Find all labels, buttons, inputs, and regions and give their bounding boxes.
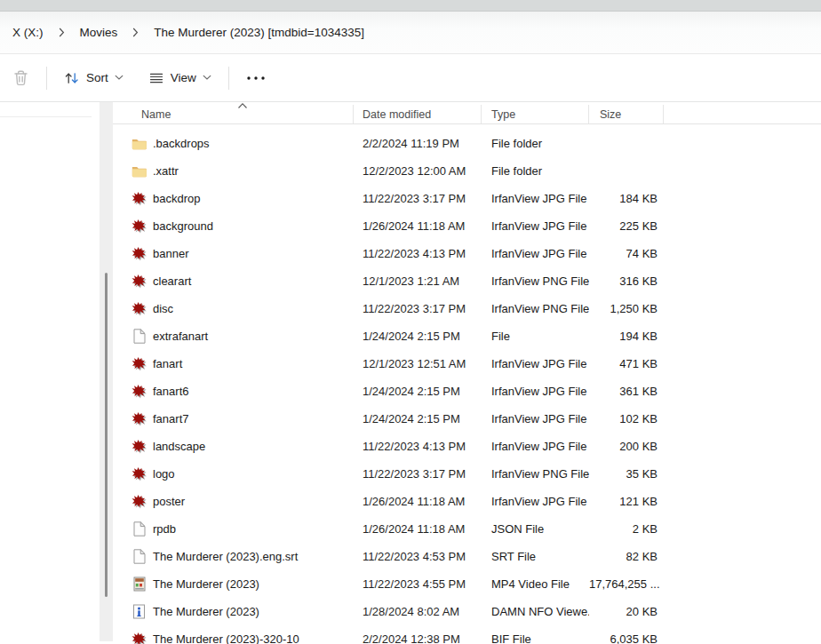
file-date-modified: 11/22/2023 4:53 PM (354, 550, 482, 563)
explorer-main: Name Date modified Type Size (0, 102, 821, 641)
file-type: MP4 Video File (482, 577, 589, 591)
irfanview-image-icon (132, 219, 147, 234)
column-header-name[interactable]: Name (113, 105, 354, 123)
sort-ascending-caret-icon (237, 102, 248, 109)
generic-file-icon (132, 329, 147, 344)
column-header-type[interactable]: Type (482, 105, 589, 123)
file-name-cell: clearart (113, 274, 354, 289)
file-row[interactable]: rpdb 1/26/2024 11:18 AM JSON File 2 KB (113, 515, 821, 543)
file-type: IrfanView PNG File (482, 302, 589, 315)
file-name-cell: landscape (113, 439, 354, 454)
see-more-button[interactable] (237, 68, 275, 88)
file-name-cell: fanart7 (113, 411, 354, 426)
trash-icon (12, 69, 29, 86)
breadcrumb-current-folder[interactable]: The Murderer (2023) [tmdbid=1034335] (154, 26, 364, 39)
file-type: IrfanView PNG File (482, 467, 589, 481)
file-name: The Murderer (2023) (153, 605, 259, 618)
nav-scrollbar-track[interactable] (100, 102, 113, 641)
file-name-cell: fanart (113, 356, 354, 371)
file-date-modified: 11/22/2023 3:17 PM (354, 302, 482, 315)
file-date-modified: 1/24/2024 2:15 PM (354, 385, 482, 398)
file-row[interactable]: disc 11/22/2023 3:17 PM IrfanView PNG Fi… (113, 295, 821, 322)
file-type: IrfanView JPG File (482, 385, 589, 398)
file-size: 74 KB (589, 247, 664, 260)
file-row[interactable]: logo 11/22/2023 3:17 PM IrfanView PNG Fi… (113, 460, 821, 488)
file-row[interactable]: fanart7 1/24/2024 2:15 PM IrfanView JPG … (113, 405, 821, 433)
file-size: 471 KB (589, 357, 664, 370)
chevron-right-icon[interactable] (59, 28, 65, 37)
file-size: 316 KB (589, 274, 664, 288)
file-date-modified: 12/2/2023 12:00 AM (354, 164, 482, 178)
delete-button[interactable] (4, 62, 38, 93)
file-name-cell: .backdrops (113, 136, 354, 151)
file-size: 35 KB (589, 467, 664, 481)
video-file-icon (132, 576, 147, 592)
file-date-modified: 11/22/2023 4:55 PM (354, 577, 482, 591)
file-type: File (482, 330, 589, 343)
file-row[interactable]: extrafanart 1/24/2024 2:15 PM File 194 K… (113, 322, 821, 350)
file-type: JSON File (482, 522, 589, 536)
file-name-cell: rpdb (113, 521, 354, 537)
file-name-cell: disc (113, 301, 354, 316)
file-type: IrfanView JPG File (482, 247, 589, 260)
breadcrumb-movies[interactable]: Movies (80, 26, 118, 39)
file-row[interactable]: landscape 11/22/2023 4:13 PM IrfanView J… (113, 433, 821, 460)
file-size: 20 KB (589, 605, 664, 618)
file-name-cell: fanart6 (113, 384, 354, 399)
breadcrumb-drive[interactable]: X (X:) (12, 26, 44, 39)
file-name-cell: The Murderer (2023) (113, 576, 354, 592)
file-row[interactable]: fanart6 1/24/2024 2:15 PM IrfanView JPG … (113, 378, 821, 405)
file-date-modified: 11/22/2023 4:13 PM (354, 440, 482, 453)
chevron-down-icon (115, 75, 124, 81)
file-size: 121 KB (589, 495, 664, 508)
file-row[interactable]: The Murderer (2023) 1/28/2024 8:02 AM DA… (113, 598, 821, 625)
file-row[interactable]: The Murderer (2023) 11/22/2023 4:55 PM M… (113, 570, 821, 598)
sort-button-label: Sort (86, 71, 108, 84)
file-name: fanart6 (153, 385, 188, 398)
file-name: landscape (153, 440, 205, 453)
file-date-modified: 2/2/2024 11:19 PM (354, 137, 482, 150)
irfanview-image-icon (132, 301, 147, 316)
file-name: .backdrops (153, 137, 210, 150)
file-row[interactable]: clearart 12/1/2023 1:21 AM IrfanView PNG… (113, 267, 821, 295)
file-row[interactable]: The Murderer (2023).eng.srt 11/22/2023 4… (113, 543, 821, 570)
view-button[interactable]: View (139, 64, 220, 92)
column-header-date-modified[interactable]: Date modified (354, 105, 482, 123)
file-type: IrfanView JPG File (482, 357, 589, 370)
chevron-down-icon (203, 75, 211, 81)
nav-pane-separator (0, 116, 92, 117)
file-name-cell: poster (113, 494, 354, 509)
nav-scrollbar-thumb[interactable] (105, 273, 108, 597)
column-header-size[interactable]: Size (589, 105, 664, 123)
folder-icon (132, 136, 147, 151)
nfo-info-icon (132, 604, 147, 619)
file-row[interactable]: .backdrops 2/2/2024 11:19 PM File folder (113, 130, 821, 157)
file-date-modified: 12/1/2023 12:51 AM (354, 357, 482, 370)
file-row[interactable]: fanart 12/1/2023 12:51 AM IrfanView JPG … (113, 350, 821, 378)
file-type: BIF File (482, 632, 589, 644)
sort-button[interactable]: Sort (55, 64, 132, 92)
file-row[interactable]: poster 1/26/2024 11:18 AM IrfanView JPG … (113, 488, 821, 515)
file-date-modified: 11/22/2023 3:17 PM (354, 467, 482, 481)
irfanview-image-icon (132, 246, 147, 261)
file-date-modified: 1/24/2024 2:15 PM (354, 412, 482, 425)
file-row[interactable]: backdrop 11/22/2023 3:17 PM IrfanView JP… (113, 185, 821, 212)
file-name: fanart7 (153, 412, 188, 425)
file-name: poster (153, 495, 185, 508)
column-header-row: Name Date modified Type Size (113, 102, 821, 124)
chevron-right-icon[interactable] (132, 28, 139, 37)
file-date-modified: 1/26/2024 11:18 AM (354, 495, 482, 508)
file-name-cell: .xattr (113, 163, 354, 179)
file-name: .xattr (153, 164, 179, 178)
irfanview-image-icon (132, 494, 147, 509)
file-name-cell: background (113, 219, 354, 234)
file-list-body: .backdrops 2/2/2024 11:19 PM File folder (113, 124, 821, 644)
file-row[interactable]: The Murderer (2023)-320-10 2/2/2024 12:3… (113, 625, 821, 644)
file-row[interactable]: .xattr 12/2/2023 12:00 AM File folder (113, 157, 821, 185)
file-row[interactable]: background 1/26/2024 11:18 AM IrfanView … (113, 212, 821, 240)
file-size: 225 KB (589, 219, 664, 233)
file-name: fanart (153, 357, 182, 370)
file-row[interactable]: banner 11/22/2023 4:13 PM IrfanView JPG … (113, 240, 821, 267)
file-date-modified: 11/22/2023 3:17 PM (354, 192, 482, 205)
file-name-cell: backdrop (113, 191, 354, 206)
